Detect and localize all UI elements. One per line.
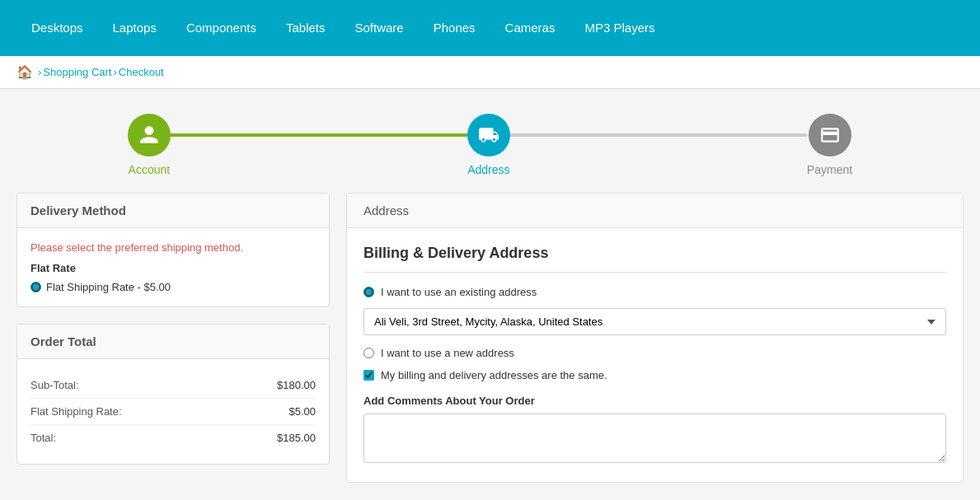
step-payment-icon bbox=[809, 114, 851, 157]
step-address: Address bbox=[467, 114, 510, 176]
address-panel-header: Address bbox=[347, 194, 963, 228]
flat-rate-radio[interactable] bbox=[30, 282, 41, 292]
comments-input[interactable] bbox=[363, 414, 946, 463]
nav-software[interactable]: Software bbox=[340, 0, 419, 56]
same-address-label: My billing and delivery addresses are th… bbox=[381, 369, 607, 381]
shipping-notice: Please select the preferred shipping met… bbox=[30, 241, 316, 254]
main-content: Delivery Method Please select the prefer… bbox=[0, 193, 980, 499]
order-row-shipping: Flat Shipping Rate: $5.00 bbox=[30, 399, 316, 425]
checkout-steps: Account Address Payment bbox=[0, 89, 980, 193]
existing-address-radio[interactable] bbox=[363, 287, 374, 297]
flat-rate-option: Flat Shipping Rate - $5.00 bbox=[30, 281, 316, 293]
nav-cameras[interactable]: Cameras bbox=[490, 0, 570, 56]
step-payment-label: Payment bbox=[807, 163, 852, 176]
left-panel: Delivery Method Please select the prefer… bbox=[16, 193, 330, 483]
nav-desktops[interactable]: Desktops bbox=[16, 0, 98, 56]
shipping-value: $5.00 bbox=[288, 405, 316, 418]
existing-address-radio-group: I want to use an existing address bbox=[363, 286, 946, 298]
flat-rate-title: Flat Rate bbox=[30, 262, 316, 274]
step-line-2 bbox=[510, 133, 807, 137]
breadcrumb: 🏠 › Shopping Cart › Checkout bbox=[0, 56, 980, 89]
address-panel-body: Billing & Delivery Address I want to use… bbox=[347, 228, 963, 482]
nav-laptops[interactable]: Laptops bbox=[98, 0, 171, 56]
comments-label: Add Comments About Your Order bbox=[363, 395, 946, 407]
breadcrumb-shopping-cart[interactable]: Shopping Cart bbox=[43, 66, 111, 78]
nav-mp3players[interactable]: MP3 Players bbox=[570, 0, 669, 56]
breadcrumb-checkout[interactable]: Checkout bbox=[119, 66, 164, 78]
shipping-label: Flat Shipping Rate: bbox=[30, 405, 122, 418]
existing-address-text: I want to use an existing address bbox=[381, 286, 537, 298]
flat-rate-label: Flat Shipping Rate - $5.00 bbox=[46, 281, 171, 293]
new-address-label[interactable]: I want to use a new address bbox=[363, 347, 946, 359]
step-address-label: Address bbox=[467, 163, 509, 176]
nav-tablets[interactable]: Tablets bbox=[271, 0, 340, 56]
order-row-subtotal: Sub-Total: $180.00 bbox=[30, 372, 316, 399]
new-address-text: I want to use a new address bbox=[381, 347, 514, 359]
address-select[interactable]: Ali Veli, 3rd Street, Mycity, Alaska, Un… bbox=[363, 308, 946, 335]
top-navigation: Desktops Laptops Components Tablets Soft… bbox=[0, 0, 980, 56]
breadcrumb-sep-2: › bbox=[113, 66, 116, 78]
order-total-panel: Order Total Sub-Total: $180.00 Flat Ship… bbox=[16, 324, 330, 465]
delivery-method-panel: Delivery Method Please select the prefer… bbox=[16, 193, 330, 307]
order-total-title: Order Total bbox=[17, 325, 329, 359]
order-row-total: Total: $185.00 bbox=[30, 425, 316, 451]
step-payment: Payment bbox=[807, 114, 852, 176]
nav-phones[interactable]: Phones bbox=[419, 0, 490, 56]
existing-address-label[interactable]: I want to use an existing address bbox=[363, 286, 946, 298]
total-value: $185.00 bbox=[277, 432, 316, 444]
step-address-icon bbox=[467, 114, 510, 157]
step-account-icon bbox=[128, 114, 171, 157]
step-account-label: Account bbox=[129, 163, 171, 176]
order-total-body: Sub-Total: $180.00 Flat Shipping Rate: $… bbox=[17, 359, 329, 464]
delivery-method-title: Delivery Method bbox=[17, 194, 329, 228]
address-panel: Address Billing & Delivery Address I wan… bbox=[346, 193, 964, 483]
new-address-radio[interactable] bbox=[363, 348, 374, 358]
subtotal-label: Sub-Total: bbox=[30, 379, 79, 391]
new-address-radio-group: I want to use a new address bbox=[363, 347, 946, 359]
billing-delivery-title: Billing & Delivery Address bbox=[363, 245, 946, 273]
delivery-method-body: Please select the preferred shipping met… bbox=[17, 228, 329, 306]
total-label: Total: bbox=[30, 432, 56, 444]
breadcrumb-sep-1: › bbox=[38, 66, 41, 78]
home-icon[interactable]: 🏠 bbox=[16, 64, 33, 80]
same-address-checkbox[interactable] bbox=[363, 370, 374, 381]
same-address-checkbox-row: My billing and delivery addresses are th… bbox=[363, 369, 946, 381]
step-line-1 bbox=[171, 133, 467, 137]
nav-components[interactable]: Components bbox=[171, 0, 271, 56]
subtotal-value: $180.00 bbox=[277, 379, 316, 391]
step-account: Account bbox=[128, 114, 171, 176]
